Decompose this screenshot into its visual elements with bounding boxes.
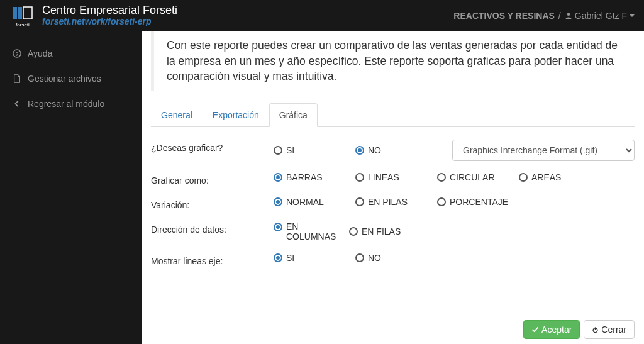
power-icon [592, 326, 599, 333]
opt-columnas[interactable]: EN COLUMNAS [274, 221, 349, 241]
brand-title: Centro Empresarial Forseti [42, 4, 177, 17]
tab-general[interactable]: General [151, 103, 203, 127]
radio-icon [355, 197, 364, 206]
opt-circular[interactable]: CIRCULAR [437, 172, 519, 182]
close-button[interactable]: Cerrar [584, 320, 635, 339]
radio-icon [437, 173, 446, 182]
opt-pilas[interactable]: EN PILAS [355, 197, 437, 207]
radio-icon [355, 253, 364, 262]
opt-lineas[interactable]: LINEAS [355, 172, 437, 182]
sidebar-item-label: Ayuda [28, 48, 52, 58]
radio-icon [274, 253, 282, 262]
svg-point-3 [567, 13, 570, 16]
radio-icon [274, 223, 282, 231]
opt-normal[interactable]: NORMAL [274, 197, 355, 207]
row-graficar: ¿Deseas graficar? SI NO Graphics Interch… [151, 140, 635, 161]
company-name: REACTIVOS Y RESINAS [453, 11, 555, 21]
radio-icon [274, 197, 282, 206]
svg-text:forseti: forseti [16, 22, 30, 28]
opt-eje-no[interactable]: NO [355, 253, 437, 263]
opt-graficar-si[interactable]: SI [274, 140, 355, 161]
main-content: Con este reporte puedes crear un compara… [142, 31, 644, 344]
chart-form: ¿Deseas graficar? SI NO Graphics Interch… [151, 136, 635, 296]
row-variacion: Variación: NORMAL EN PILAS PORCENTAJE [151, 197, 635, 210]
opt-graficar-no[interactable]: NO [355, 140, 437, 161]
separator: / [558, 11, 561, 21]
radio-icon [274, 146, 282, 155]
forseti-logo: forseti [9, 4, 36, 28]
format-select[interactable]: Graphics Interchange Format (.gif) [452, 140, 635, 161]
topbar: forseti Centro Empresarial Forseti forse… [0, 0, 644, 31]
opt-filas[interactable]: EN FILAS [349, 221, 431, 241]
tabs: General Exportación Gráfica [151, 103, 635, 127]
tab-export[interactable]: Exportación [203, 103, 269, 127]
opt-areas[interactable]: AREAS [519, 172, 601, 182]
svg-text:?: ? [16, 51, 19, 57]
brand-area: forseti Centro Empresarial Forseti forse… [9, 4, 177, 28]
file-icon [13, 74, 21, 83]
radio-icon [355, 146, 364, 155]
check-icon [531, 326, 539, 333]
report-description: Con este reporte puedes crear un compara… [151, 31, 635, 91]
sidebar-item-label: Gestionar archivos [28, 74, 101, 84]
sidebar-item-files[interactable]: Gestionar archivos [0, 66, 142, 91]
user-icon [565, 12, 572, 19]
label-direccion: Dirección de datos: [151, 221, 274, 235]
topbar-right: REACTIVOS Y RESINAS / Gabriel Gtz F [453, 11, 635, 21]
accept-button[interactable]: Aceptar [523, 320, 580, 339]
footer-buttons: Aceptar Cerrar [523, 320, 635, 339]
opt-eje-si[interactable]: SI [274, 253, 355, 263]
label-graficar: ¿Deseas graficar? [151, 140, 274, 153]
row-lineas-eje: Mostrar lineas eje: SI NO [151, 253, 635, 266]
user-name: Gabriel Gtz F [575, 11, 627, 21]
radio-icon [274, 173, 282, 182]
row-direccion: Dirección de datos: EN COLUMNAS EN FILAS [151, 221, 635, 241]
radio-icon [437, 197, 446, 206]
radio-icon [349, 227, 358, 236]
caret-down-icon [630, 14, 635, 17]
user-menu[interactable]: Gabriel Gtz F [565, 11, 635, 21]
sidebar-item-back[interactable]: Regresar al módulo [0, 91, 142, 116]
row-graficar-como: Graficar como: BARRAS LINEAS CIRCULAR AR… [151, 172, 635, 186]
question-circle-icon: ? [13, 49, 21, 58]
sidebar-item-label: Regresar al módulo [28, 99, 104, 109]
sidebar-item-help[interactable]: ? Ayuda [0, 41, 142, 66]
radio-icon [519, 173, 528, 182]
radio-icon [355, 173, 364, 182]
opt-porcentaje[interactable]: PORCENTAJE [437, 197, 519, 207]
tab-chart[interactable]: Gráfica [269, 103, 318, 127]
label-graficar-como: Graficar como: [151, 172, 274, 186]
brand-subtitle-link[interactable]: forseti.network/forseti-erp [42, 17, 177, 26]
opt-barras[interactable]: BARRAS [274, 172, 355, 182]
chevron-left-icon [13, 99, 21, 108]
sidebar: ? Ayuda Gestionar archivos Regresar al m… [0, 31, 142, 344]
label-variacion: Variación: [151, 197, 274, 210]
label-lineas-eje: Mostrar lineas eje: [151, 253, 274, 266]
